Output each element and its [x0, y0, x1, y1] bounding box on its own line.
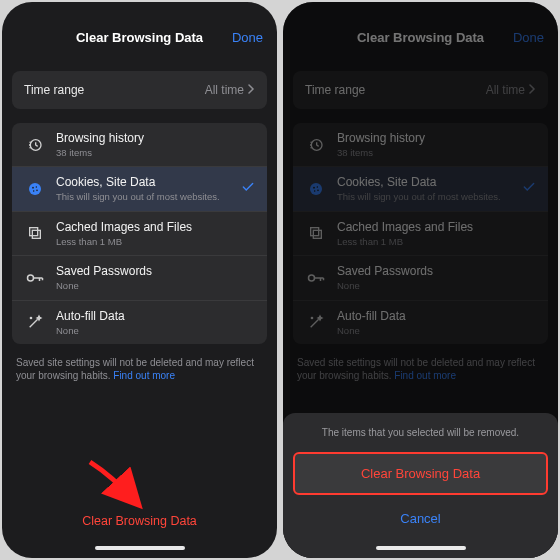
- content: Time range All time Browsing history 38 …: [2, 55, 277, 344]
- list-item[interactable]: Saved Passwords None: [12, 256, 267, 300]
- done-button[interactable]: Done: [232, 30, 263, 45]
- svg-rect-6: [30, 228, 38, 236]
- history-icon: [305, 134, 327, 156]
- svg-point-2: [32, 187, 34, 189]
- cancel-button[interactable]: Cancel: [293, 499, 548, 538]
- clear-browsing-data-button[interactable]: Clear Browsing Data: [82, 500, 197, 546]
- cookie-icon: [24, 178, 46, 200]
- cookie-icon: [305, 178, 327, 200]
- svg-point-18: [309, 275, 315, 281]
- info-note: Saved site settings will not be deleted …: [2, 344, 277, 383]
- list-item[interactable]: Browsing history 38 items: [293, 123, 548, 167]
- check-icon: [522, 180, 536, 198]
- time-range-value: All time: [205, 83, 255, 97]
- svg-rect-16: [311, 228, 319, 236]
- list-item[interactable]: Auto-fill Data None: [12, 301, 267, 344]
- svg-point-15: [317, 190, 319, 192]
- page-title: Clear Browsing Data: [357, 30, 484, 45]
- svg-point-5: [36, 190, 38, 192]
- item-text: Auto-fill Data None: [337, 309, 536, 336]
- svg-point-3: [36, 186, 37, 187]
- data-type-list: Browsing history 38 items Cookies, Site …: [293, 123, 548, 344]
- svg-point-13: [317, 186, 318, 187]
- item-text: Cached Images and Files Less than 1 MB: [337, 220, 536, 247]
- footer: Clear Browsing Data: [2, 500, 277, 558]
- wand-icon: [24, 311, 46, 333]
- find-out-more-link[interactable]: Find out more: [113, 370, 175, 381]
- time-range-label: Time range: [24, 83, 84, 97]
- key-icon: [24, 267, 46, 289]
- chevron-right-icon: [248, 83, 255, 97]
- svg-rect-17: [313, 231, 321, 239]
- page-title: Clear Browsing Data: [76, 30, 203, 45]
- item-text: Saved Passwords None: [56, 264, 255, 291]
- svg-point-9: [30, 318, 31, 319]
- svg-point-8: [28, 275, 34, 281]
- header: Clear Browsing Data Done: [283, 24, 558, 55]
- status-bar: [2, 2, 277, 24]
- cache-icon: [24, 222, 46, 244]
- phone-left: Clear Browsing Data Done Time range All …: [2, 2, 277, 558]
- svg-point-11: [310, 183, 322, 195]
- home-indicator[interactable]: [95, 546, 185, 550]
- wand-icon: [305, 311, 327, 333]
- key-icon: [305, 267, 327, 289]
- svg-point-19: [311, 318, 312, 319]
- history-icon: [24, 134, 46, 156]
- check-icon: [241, 180, 255, 198]
- svg-point-12: [313, 187, 315, 189]
- action-sheet: The items that you selected will be remo…: [283, 413, 558, 558]
- list-item[interactable]: Saved Passwords None: [293, 256, 548, 300]
- item-text: Browsing history 38 items: [56, 131, 255, 158]
- sheet-message: The items that you selected will be remo…: [293, 425, 548, 450]
- list-item[interactable]: Cookies, Site Data This will sign you ou…: [12, 167, 267, 211]
- cache-icon: [305, 222, 327, 244]
- phone-right: Clear Browsing Data Done Time range All …: [283, 2, 558, 558]
- svg-point-1: [29, 183, 41, 195]
- list-item[interactable]: Cookies, Site Data This will sign you ou…: [293, 167, 548, 211]
- home-indicator[interactable]: [376, 546, 466, 550]
- item-text: Auto-fill Data None: [56, 309, 255, 336]
- list-item[interactable]: Cached Images and Files Less than 1 MB: [293, 212, 548, 256]
- list-item[interactable]: Auto-fill Data None: [293, 301, 548, 344]
- svg-point-14: [314, 190, 316, 192]
- item-text: Browsing history 38 items: [337, 131, 536, 158]
- time-range-row[interactable]: Time range All time: [12, 71, 267, 109]
- item-text: Cookies, Site Data This will sign you ou…: [56, 175, 235, 202]
- done-button[interactable]: Done: [513, 30, 544, 45]
- item-text: Cached Images and Files Less than 1 MB: [56, 220, 255, 247]
- data-type-list: Browsing history 38 items Cookies, Site …: [12, 123, 267, 344]
- list-item[interactable]: Cached Images and Files Less than 1 MB: [12, 212, 267, 256]
- svg-rect-7: [32, 231, 40, 239]
- item-text: Saved Passwords None: [337, 264, 536, 291]
- item-text: Cookies, Site Data This will sign you ou…: [337, 175, 516, 202]
- clear-browsing-data-button[interactable]: Clear Browsing Data: [293, 452, 548, 495]
- svg-point-4: [33, 190, 35, 192]
- list-item[interactable]: Browsing history 38 items: [12, 123, 267, 167]
- header: Clear Browsing Data Done: [2, 24, 277, 55]
